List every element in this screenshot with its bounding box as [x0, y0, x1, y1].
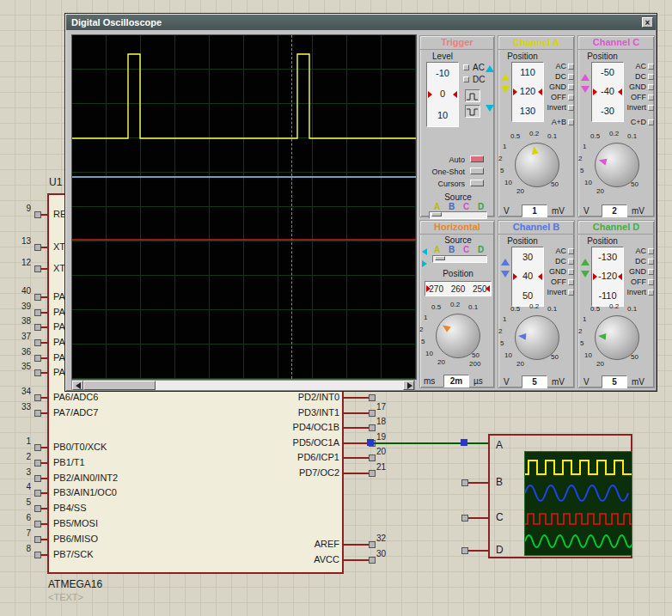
- pin-pad[interactable]: [461, 515, 468, 521]
- horizontal-source-slider[interactable]: [432, 255, 487, 263]
- auto-button[interactable]: [470, 156, 484, 162]
- selection-marker-left: [426, 285, 431, 292]
- falling-edge-icon[interactable]: [465, 105, 480, 118]
- channel-a-position-slider[interactable]: 110 120 130: [511, 62, 544, 122]
- channel-d-header: Channel D: [578, 221, 654, 235]
- horizontal-position-slider[interactable]: 270 260 250: [425, 281, 492, 296]
- dial-label: 2: [498, 155, 502, 162]
- channel-a-gnd-button[interactable]: [568, 84, 574, 90]
- unit-label-us: µs: [473, 376, 483, 386]
- one-shot-button[interactable]: [470, 168, 484, 174]
- channel-c-gain-value: 2: [602, 204, 627, 217]
- pin-pad[interactable]: [461, 547, 468, 554]
- pin-pad[interactable]: [369, 470, 376, 477]
- pin-pad[interactable]: [369, 394, 376, 401]
- scope-display[interactable]: [71, 34, 417, 380]
- channel-c-ac-button[interactable]: [648, 64, 654, 70]
- channel-c-dc-row: DC: [621, 72, 654, 81]
- scrollbar-thumb[interactable]: [83, 381, 156, 390]
- channel-d-gain-value: 5: [602, 375, 627, 388]
- channel-b-gain-knob[interactable]: [515, 315, 559, 360]
- pin-pad[interactable]: [369, 410, 376, 417]
- channel-a-off-button[interactable]: [568, 95, 574, 101]
- channel-d-dc-button[interactable]: [648, 259, 654, 265]
- channel-c-sum-button[interactable]: [648, 119, 654, 125]
- channel-a-gain-knob[interactable]: [515, 143, 559, 187]
- channel-c-gnd-button[interactable]: [648, 84, 654, 90]
- channel-d-ac-button[interactable]: [648, 248, 654, 254]
- horizontal-position-right-icon[interactable]: [422, 260, 427, 267]
- trigger-source-slider[interactable]: [429, 211, 487, 219]
- cursors-button[interactable]: [470, 180, 484, 186]
- trigger-level-slider[interactable]: -10 0 10: [426, 62, 459, 127]
- channel-c-gain-knob[interactable]: [595, 143, 639, 187]
- channel-c-off-button[interactable]: [648, 95, 654, 101]
- channel-b-position-down-icon[interactable]: [501, 271, 510, 278]
- channel-b-dc-button[interactable]: [568, 259, 574, 265]
- channel-b-ac-button[interactable]: [568, 248, 574, 254]
- junction-marker[interactable]: [367, 439, 374, 446]
- channel-d-off-button[interactable]: [648, 279, 654, 285]
- titlebar[interactable]: Digital Oscilloscope ×: [66, 15, 656, 30]
- trigger-ac-button[interactable]: [463, 64, 469, 70]
- coupling-label: Invert: [626, 103, 646, 112]
- source-c-label: C: [463, 202, 469, 211]
- net-wire-pd5-to-scope[interactable]: [372, 442, 490, 444]
- pin-pad[interactable]: [369, 557, 376, 564]
- rising-edge-icon[interactable]: [465, 89, 480, 102]
- pin-pad[interactable]: [369, 424, 376, 431]
- pin-pad[interactable]: [369, 541, 376, 548]
- pin-stub: [343, 473, 369, 474]
- channel-d-invert-button[interactable]: [648, 290, 654, 296]
- pin-pad[interactable]: [461, 479, 468, 486]
- coupling-label: Invert: [547, 103, 566, 112]
- cursors-label: Cursors: [420, 180, 465, 188]
- channel-b-gnd-button[interactable]: [568, 269, 574, 275]
- channel-b-position-up-icon[interactable]: [501, 259, 510, 265]
- pin-number: 39: [12, 302, 31, 311]
- channel-c-invert-button[interactable]: [648, 105, 654, 111]
- channel-c-position-slider[interactable]: -50 -40 -30: [591, 62, 624, 122]
- channel-c-position-up-icon[interactable]: [581, 74, 590, 81]
- dial-label: 1: [424, 314, 427, 321]
- channel-b-off-button[interactable]: [568, 279, 574, 285]
- channel-d-position-slider[interactable]: -130 -120 -110: [591, 247, 624, 307]
- pin-label: PB2/AIN0/INT2: [53, 473, 118, 483]
- timebase-knob[interactable]: [436, 314, 480, 358]
- channel-a-position-up-icon[interactable]: [501, 74, 510, 81]
- pin-pad[interactable]: [369, 454, 376, 461]
- channel-a-sum-button[interactable]: [568, 119, 574, 125]
- junction-marker[interactable]: [461, 439, 467, 446]
- channel-c-position-down-icon[interactable]: [581, 86, 590, 93]
- channel-d-position-up-icon[interactable]: [581, 259, 590, 265]
- channel-d-gain-knob[interactable]: [595, 315, 639, 360]
- coupling-label: Invert: [626, 288, 646, 296]
- slider-thumb[interactable]: [435, 256, 445, 260]
- scroll-right-icon[interactable]: [403, 381, 414, 390]
- oscilloscope-component[interactable]: A B C D: [488, 434, 632, 558]
- scroll-left-icon[interactable]: [72, 381, 83, 390]
- pin-label: PB6/MISO: [53, 534, 98, 544]
- channel-a-position-down-icon[interactable]: [501, 86, 510, 93]
- channel-a-dc-button[interactable]: [568, 74, 574, 80]
- channel-a-sum-row: A+B: [541, 118, 574, 126]
- channel-c-dc-button[interactable]: [648, 74, 654, 80]
- channel-b-position-slider[interactable]: 30 40 50: [511, 247, 544, 307]
- channel-b-invert-button[interactable]: [568, 290, 574, 296]
- slider-thumb[interactable]: [431, 212, 442, 217]
- trigger-level-down-icon[interactable]: [486, 105, 494, 112]
- trigger-level-up-icon[interactable]: [486, 65, 494, 72]
- channel-d-gnd-button[interactable]: [648, 269, 654, 275]
- pin-stub: [343, 544, 369, 546]
- position-label: Position: [578, 52, 626, 61]
- channel-d-position-down-icon[interactable]: [581, 271, 590, 278]
- close-icon[interactable]: ×: [642, 17, 653, 27]
- channel-a-ac-button[interactable]: [568, 64, 574, 70]
- digital-oscilloscope-window: Digital Oscilloscope × Trigger Level -10…: [64, 13, 657, 392]
- channel-a-invert-button[interactable]: [568, 105, 574, 111]
- pin-label: PB1/T1: [53, 457, 85, 467]
- display-scrollbar[interactable]: [71, 380, 415, 391]
- position-value: -50: [601, 68, 614, 77]
- trigger-dc-button[interactable]: [463, 76, 469, 82]
- position-value-selected: 120: [520, 87, 535, 96]
